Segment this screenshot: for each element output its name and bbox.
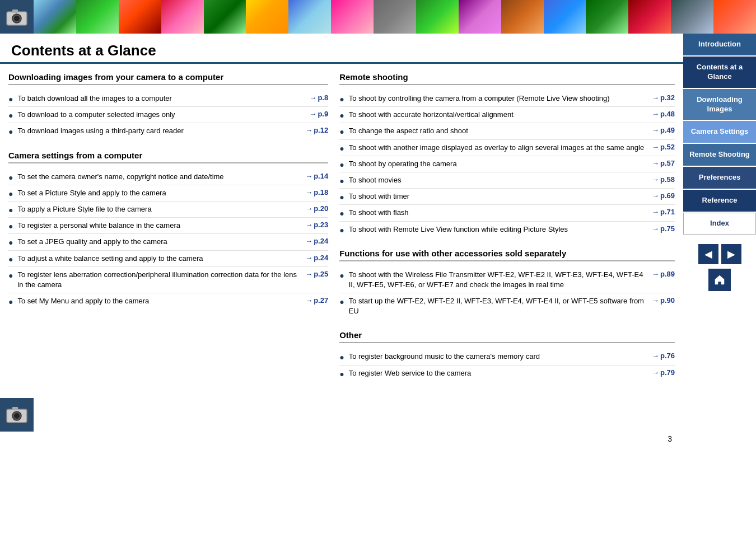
downloading-images-heading: Downloading images from your camera to a…	[8, 72, 328, 85]
page-title: Contents at a Glance	[11, 42, 672, 59]
item-text: To register a personal white balance in …	[17, 221, 301, 231]
bullet-icon: ●	[8, 111, 13, 120]
item-text: To download images using a third-party c…	[17, 126, 301, 136]
item-text: To change the aspect ratio and shoot	[349, 126, 647, 136]
strip-photo-11	[459, 0, 501, 34]
sidebar-item-introduction[interactable]: Introduction	[683, 34, 756, 55]
sidebar-item-remote-shooting[interactable]: Remote Shooting	[683, 144, 756, 166]
page-link[interactable]: → p.24	[305, 254, 328, 262]
page-link[interactable]: → p.57	[652, 159, 675, 167]
camera-settings-heading: Camera settings from a computer	[8, 151, 328, 163]
item-text: To register Web service to the camera	[349, 368, 647, 378]
remote-shooting-heading: Remote shooting	[339, 72, 675, 85]
list-item: ● To adjust a white balance setting and …	[8, 251, 328, 267]
next-page-button[interactable]: ▶	[721, 244, 741, 264]
list-item: ● To shoot by controlling the camera fro…	[339, 91, 675, 107]
bullet-icon: ●	[8, 189, 13, 198]
page-link[interactable]: → p.69	[652, 191, 675, 200]
item-text: To shoot with another image displayed as…	[349, 143, 647, 153]
bullet-icon: ●	[339, 176, 344, 185]
page-link[interactable]: → p.24	[305, 237, 328, 245]
downloading-images-section: Downloading images from your camera to a…	[8, 72, 328, 139]
list-item: ● To set My Menu and apply to the camera…	[8, 293, 328, 309]
page-link[interactable]: → p.58	[652, 175, 675, 184]
strip-photo-12	[501, 0, 544, 34]
item-text: To apply a Picture Style file to the cam…	[17, 204, 301, 214]
bullet-icon: ●	[339, 144, 344, 153]
left-column: Downloading images from your camera to a…	[8, 72, 328, 392]
list-item: ● To apply a Picture Style file to the c…	[8, 202, 328, 218]
page-link[interactable]: → p.18	[305, 188, 328, 196]
two-column-layout: Downloading images from your camera to a…	[0, 72, 683, 392]
sidebar-item-index[interactable]: Index	[683, 213, 756, 235]
item-text: To shoot with timer	[349, 191, 647, 202]
list-item: ● To set the camera owner's name, copyri…	[8, 169, 328, 185]
bullet-icon: ●	[339, 193, 344, 202]
strip-photo-6	[246, 0, 288, 34]
page-link[interactable]: → p.79	[652, 368, 675, 377]
page-link[interactable]: → p.27	[305, 296, 328, 305]
camera-icon-strip	[0, 0, 34, 34]
bullet-icon: ●	[8, 222, 13, 231]
list-item: ● To register a personal white balance i…	[8, 218, 328, 234]
page-link[interactable]: → p.9	[309, 110, 328, 118]
sidebar-item-camera-settings[interactable]: Camera Settings	[683, 121, 756, 143]
strip-photo-14	[586, 0, 628, 34]
camera-icon-bottom	[0, 398, 34, 432]
bullet-icon: ●	[8, 127, 13, 136]
list-item: ● To register background music to the ca…	[339, 349, 675, 365]
item-text: To shoot with flash	[349, 208, 647, 218]
svg-rect-7	[12, 407, 18, 410]
page-link[interactable]: → p.89	[652, 270, 675, 278]
bullet-icon: ●	[8, 95, 13, 104]
page-link[interactable]: → p.90	[652, 296, 675, 305]
strip-photo-16	[671, 0, 713, 34]
page-header: Contents at a Glance	[0, 34, 683, 64]
prev-page-button[interactable]: ◀	[698, 244, 718, 264]
strip-photo-4	[161, 0, 204, 34]
page-link[interactable]: → p.71	[652, 208, 675, 216]
bullet-icon: ●	[8, 297, 13, 306]
list-item: ● To shoot with timer → p.69	[339, 189, 675, 205]
page-number: 3	[0, 434, 683, 443]
remote-shooting-section: Remote shooting ● To shoot by controllin…	[339, 72, 675, 237]
list-item: ● To shoot with another image displayed …	[339, 140, 675, 156]
sidebar-item-preferences[interactable]: Preferences	[683, 167, 756, 189]
item-text: To set the camera owner's name, copyrigh…	[17, 172, 301, 182]
bullet-icon: ●	[339, 226, 344, 235]
bullet-icon: ●	[339, 111, 344, 120]
bullet-icon: ●	[339, 353, 344, 362]
strip-photo-15	[628, 0, 671, 34]
list-item: ● To download images using a third-party…	[8, 123, 328, 139]
page-link[interactable]: → p.12	[305, 126, 328, 134]
sidebar-item-reference[interactable]: Reference	[683, 190, 756, 212]
page-link[interactable]: → p.23	[305, 221, 328, 229]
list-item: ● To start up the WFT-E2, WFT-E2 II, WFT…	[339, 293, 675, 319]
home-button[interactable]	[708, 269, 731, 291]
item-text: To set a Picture Style and apply to the …	[17, 188, 301, 198]
strip-photo-9	[374, 0, 416, 34]
page-link[interactable]: → p.14	[305, 172, 328, 180]
page-link[interactable]: → p.52	[652, 143, 675, 151]
page-link[interactable]: → p.25	[305, 270, 328, 278]
sidebar-item-downloading[interactable]: Downloading Images	[683, 89, 756, 120]
page-link[interactable]: → p.8	[309, 93, 328, 102]
other-accessories-heading: Functions for use with other accessories…	[339, 249, 675, 261]
page-link[interactable]: → p.75	[652, 224, 675, 233]
main-content: Contents at a Glance Downloading images …	[0, 34, 683, 534]
strip-photo-5	[204, 0, 246, 34]
other-section: Other ● To register background music to …	[339, 330, 675, 381]
page-link[interactable]: → p.76	[652, 352, 675, 360]
sidebar-item-contents[interactable]: Contents at a Glance	[683, 57, 756, 88]
page-link[interactable]: → p.49	[652, 126, 675, 134]
page-link[interactable]: → p.48	[652, 110, 675, 118]
page-link[interactable]: → p.20	[305, 204, 328, 213]
page-link[interactable]: → p.32	[652, 93, 675, 102]
nav-arrow-group: ◀ ▶	[698, 244, 741, 264]
sidebar-navigation: Introduction Contents at a Glance Downlo…	[683, 34, 756, 534]
bullet-icon: ●	[339, 95, 344, 104]
item-text: To set My Menu and apply to the camera	[17, 296, 301, 306]
item-text: To adjust a white balance setting and ap…	[17, 254, 301, 264]
list-item: ● To set a JPEG quality and apply to the…	[8, 234, 328, 250]
camera-settings-section: Camera settings from a computer ● To set…	[8, 151, 328, 310]
